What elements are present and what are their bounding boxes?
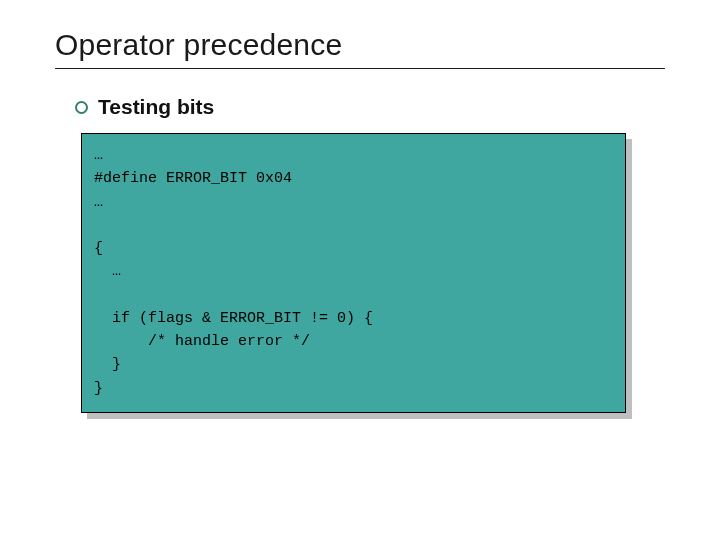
title-area: Operator precedence [55, 28, 665, 69]
bullet-text: Testing bits [98, 95, 214, 119]
circle-bullet-icon [75, 101, 88, 114]
code-box-container: … #define ERROR_BIT 0x04 … { … if (flags… [81, 133, 626, 413]
slide-title: Operator precedence [55, 28, 665, 62]
bullet-item: Testing bits [75, 95, 665, 119]
slide: Operator precedence Testing bits … #defi… [0, 0, 720, 540]
slide-body: Testing bits … #define ERROR_BIT 0x04 … … [75, 95, 665, 413]
title-underline [55, 68, 665, 69]
code-box: … #define ERROR_BIT 0x04 … { … if (flags… [81, 133, 626, 413]
